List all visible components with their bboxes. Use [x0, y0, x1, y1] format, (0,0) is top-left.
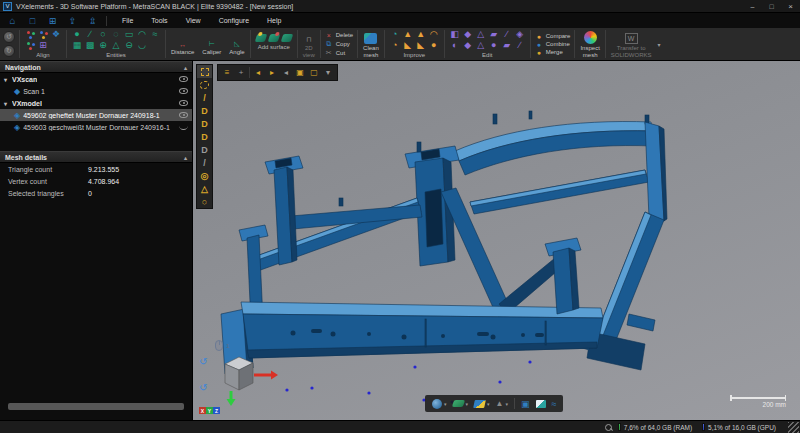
improve-patch-icon[interactable]: ◔ — [389, 40, 401, 51]
open-session-icon[interactable]: ⊞ — [45, 15, 60, 27]
visibility-eye-icon[interactable] — [179, 100, 188, 106]
export-icon[interactable]: ⇫ — [85, 15, 100, 27]
layers-icon[interactable]: ≡ — [220, 66, 234, 79]
undo-button[interactable]: ↺ — [3, 31, 15, 43]
align-point-icon[interactable] — [24, 29, 36, 40]
edit-decimate-icon[interactable]: △ — [475, 40, 487, 51]
minimize-button[interactable]: – — [743, 0, 762, 13]
zoom-fit-icon[interactable]: ▢ — [307, 66, 321, 79]
new-session-icon[interactable]: □ — [25, 15, 40, 27]
inspect-mesh-button[interactable]: Inspect mesh — [576, 28, 603, 60]
improve-fill-icon[interactable]: ◔ — [389, 29, 401, 40]
edit-trim-icon[interactable]: ▰ — [501, 40, 513, 51]
expand-caret-icon[interactable]: ▾ — [4, 100, 12, 107]
resize-grip[interactable] — [788, 422, 799, 433]
edit-mirror-icon[interactable]: ◈ — [514, 29, 526, 40]
tree-node-mesh-459602[interactable]: ◈ 459602 geheftet Muster Dornauer 240918… — [0, 109, 192, 121]
add-surface-icon-2[interactable] — [268, 32, 280, 43]
entity-ellipse-icon[interactable]: ◌ — [110, 29, 122, 40]
improve-wedge-icon-1[interactable]: ◣ — [402, 40, 414, 51]
merge-button[interactable]: ● Merge — [535, 49, 571, 56]
edit-surface-icon[interactable]: ◧ — [449, 29, 461, 40]
tree-node-vxscan[interactable]: ▾ VXscan — [0, 73, 192, 85]
caliper-button[interactable]: ⊢ Caliper — [198, 28, 225, 60]
entity-cone-icon[interactable]: △ — [110, 40, 122, 51]
edit-solid-icon[interactable]: ◆ — [462, 29, 474, 40]
entity-arc-icon[interactable]: ◠ — [136, 29, 148, 40]
back-icon[interactable]: ◂ — [279, 66, 293, 79]
improve-warning-icon-1[interactable]: ▲ — [402, 29, 414, 40]
redo-button[interactable]: ↻ — [3, 45, 15, 57]
view-dropdown-caret[interactable]: ▾ — [321, 66, 335, 79]
delete-button[interactable]: × Delete — [325, 32, 353, 39]
targets-display-button[interactable]: ▾ — [474, 400, 490, 408]
entity-cylinder-icon[interactable]: ⊖ — [123, 40, 135, 51]
transfer-solidworks-button[interactable]: W Transfer to SOLIDWORKS — [607, 28, 656, 60]
bounding-box-button[interactable]: ▣ — [521, 399, 530, 409]
edit-halve-icon[interactable]: ◐ — [449, 40, 461, 51]
add-surface-icon-3[interactable] — [281, 32, 293, 43]
wireframe-button[interactable]: ≈ — [552, 399, 557, 409]
improve-boundary-icon[interactable]: ◠ — [428, 29, 440, 40]
edit-hole-icon[interactable]: ● — [488, 40, 500, 51]
entity-pipe-icon[interactable]: ◡ — [136, 40, 148, 51]
menu-configure[interactable]: Configure — [210, 17, 258, 24]
ring-select-icon[interactable]: ◎ — [197, 169, 212, 182]
triangle-select-icon[interactable]: △ — [197, 182, 212, 195]
improve-smooth-icon[interactable]: ● — [428, 40, 440, 51]
align-pair-icon[interactable] — [37, 29, 49, 40]
line-select-icon[interactable]: / — [197, 91, 212, 104]
zoom-selection-icon[interactable]: ▣ — [293, 66, 307, 79]
view-2d-button[interactable]: ⊓ 2D view — [299, 28, 319, 60]
half-select-icon-4[interactable]: D — [197, 143, 212, 156]
mesh-display-button[interactable]: ▾ — [432, 399, 447, 409]
combine-button[interactable]: ● Combine — [535, 41, 571, 48]
distance-button[interactable]: ↔ Distance — [167, 28, 198, 60]
brush-select-icon[interactable]: / — [197, 156, 212, 169]
prev-selection-icon[interactable]: ◂ — [251, 66, 265, 79]
menu-view[interactable]: View — [177, 17, 210, 24]
edit-pencil-icon[interactable]: ∕ — [514, 40, 526, 51]
half-select-icon-3[interactable]: D — [197, 130, 212, 143]
edit-slice-icon[interactable]: ∕ — [501, 29, 513, 40]
close-button[interactable]: × — [781, 0, 800, 13]
improve-wedge-icon-2[interactable]: ◣ — [415, 40, 427, 51]
entity-cube-icon[interactable]: ▩ — [84, 40, 96, 51]
move-icon[interactable]: + — [234, 66, 248, 79]
home-icon[interactable]: ⌂ — [5, 15, 20, 27]
entity-plane-icon[interactable]: ▦ — [71, 40, 83, 51]
visibility-hidden-icon[interactable] — [179, 125, 188, 130]
entity-circle-icon[interactable]: ○ — [97, 29, 109, 40]
improve-warning-icon-2[interactable]: ▲ — [415, 29, 427, 40]
surface-display-button[interactable]: ▾ — [453, 400, 469, 407]
transfer-dropdown-caret[interactable]: ▾ — [658, 41, 661, 48]
edit-offset-icon[interactable]: ◆ — [462, 40, 474, 51]
cut-button[interactable]: ✂ Cut — [325, 49, 353, 57]
view-cube[interactable] — [217, 354, 279, 406]
add-surface-icon-1[interactable] — [255, 32, 267, 43]
magnifier-icon[interactable] — [604, 423, 613, 432]
scanner-display-button[interactable]: ▲▾ — [496, 399, 508, 408]
copy-button[interactable]: ⧉ Copy — [325, 40, 353, 48]
tree-node-scan1[interactable]: ◆ Scan 1 — [0, 85, 192, 97]
mesh-details-collapse-icon[interactable]: ▴ — [184, 154, 187, 161]
align-surface-icon[interactable]: ❖ — [50, 29, 62, 40]
visibility-eye-icon[interactable] — [179, 76, 188, 82]
rectangle-select-icon[interactable] — [197, 65, 212, 78]
navigation-header[interactable]: Navigation ▴ — [0, 61, 192, 73]
expand-caret-icon[interactable]: ▾ — [4, 76, 12, 83]
edit-triangle-icon[interactable]: △ — [475, 29, 487, 40]
entity-point-icon[interactable]: ● — [71, 29, 83, 40]
visibility-eye-icon[interactable] — [179, 112, 188, 118]
panel-resize-handle[interactable] — [8, 403, 184, 410]
entity-curve-icon[interactable]: ≈ — [149, 29, 161, 40]
half-select-icon-2[interactable]: D — [197, 117, 212, 130]
entity-rectangle-icon[interactable]: ▭ — [123, 29, 135, 40]
next-selection-icon[interactable]: ▸ — [265, 66, 279, 79]
tree-node-vxmodel[interactable]: ▾ VXmodel — [0, 97, 192, 109]
mesh-details-header[interactable]: Mesh details ▴ — [0, 151, 192, 163]
circle-select-icon[interactable]: ○ — [197, 195, 212, 208]
navigation-collapse-icon[interactable]: ▴ — [184, 64, 187, 71]
align-frame-icon[interactable]: ⊞ — [37, 40, 49, 51]
rotate-down-icon[interactable]: ↺ — [199, 382, 207, 393]
